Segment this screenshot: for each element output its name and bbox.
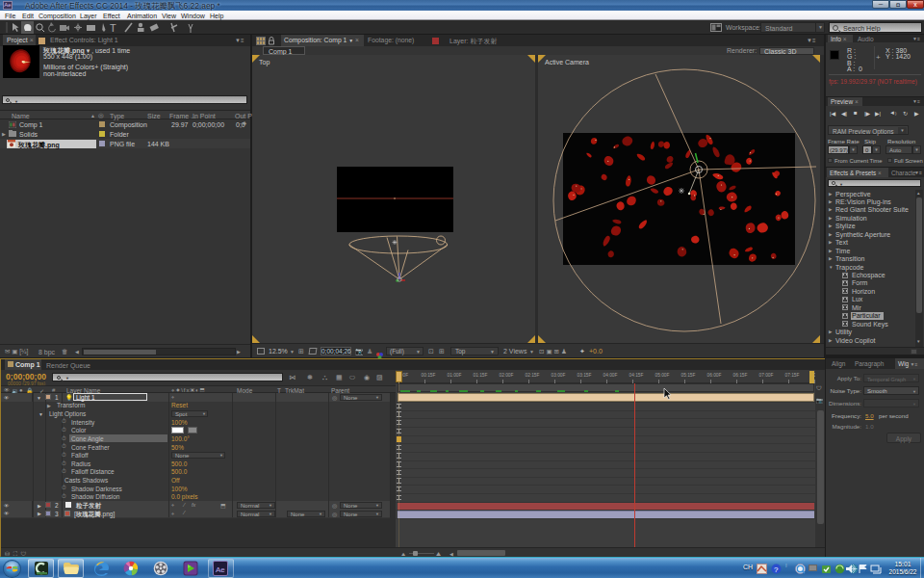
svg-text:Active Camera: Active Camera bbox=[545, 59, 589, 66]
svg-text:Ae: Ae bbox=[216, 565, 225, 574]
svg-text:?: ? bbox=[774, 565, 779, 573]
svg-text:Top: Top bbox=[259, 59, 270, 66]
svg-text:T: T bbox=[110, 22, 116, 34]
